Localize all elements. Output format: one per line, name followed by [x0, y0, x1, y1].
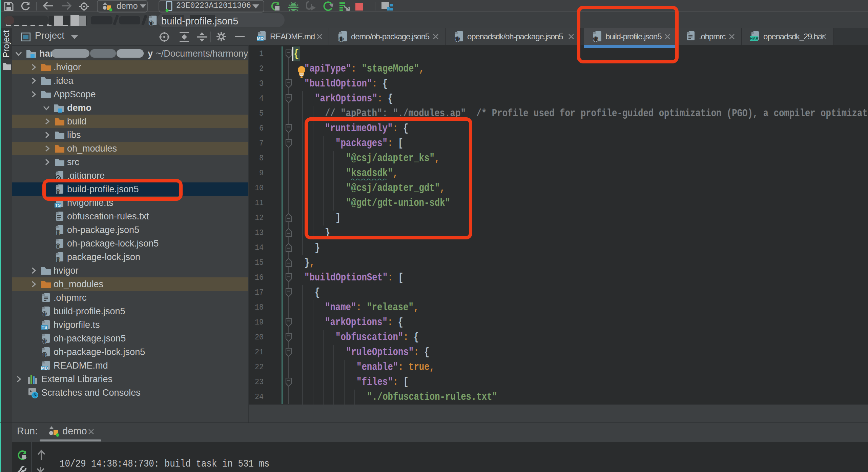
svg-text:TS: TS: [42, 325, 47, 330]
svg-text:TS: TS: [55, 203, 61, 208]
svg-text:Project: Project: [1, 30, 11, 58]
svg-text:{}: {}: [338, 37, 344, 42]
svg-text:{}: {}: [55, 230, 61, 235]
svg-text:{}: {}: [455, 37, 460, 42]
svg-text:{}: {}: [148, 21, 154, 26]
svg-text:MD: MD: [257, 36, 264, 41]
svg-text:{}: {}: [42, 312, 47, 317]
svg-text:{}: {}: [42, 339, 47, 344]
svg-text:{}: {}: [55, 244, 61, 249]
svg-text:MD: MD: [41, 366, 48, 371]
svg-text:{}: {}: [55, 257, 61, 262]
svg-text:{}: {}: [42, 352, 47, 357]
svg-text:HAR: HAR: [750, 36, 759, 41]
